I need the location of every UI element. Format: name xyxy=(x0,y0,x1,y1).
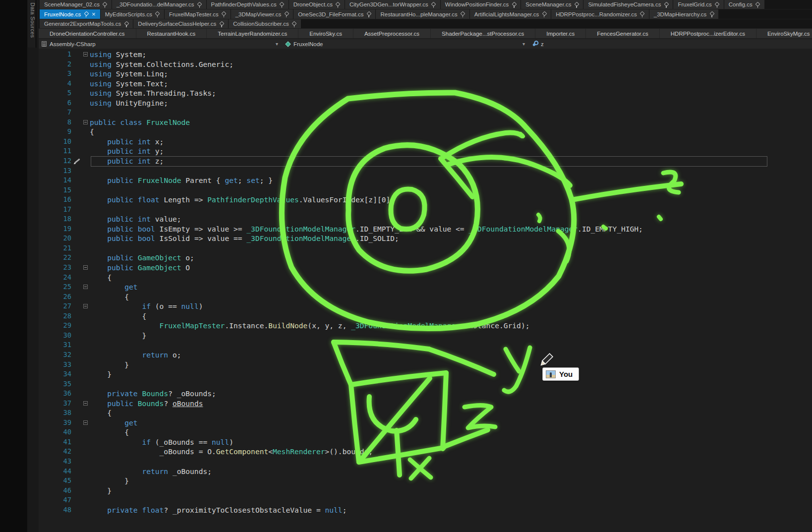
code-line[interactable]: 41 if (_oBounds == null) xyxy=(39,437,812,447)
code-line[interactable]: 23 public GameObject O xyxy=(39,263,812,273)
pin-icon[interactable] xyxy=(124,21,128,27)
code-line[interactable]: 27 if (o == null) xyxy=(39,301,812,311)
tab-SceneManager_02.cs[interactable]: SceneManager_02.cs xyxy=(40,0,112,9)
code-line[interactable]: 13 xyxy=(39,166,812,176)
code-line[interactable]: 26 { xyxy=(39,292,812,302)
code-line[interactable]: 21 xyxy=(39,243,812,253)
code-line[interactable]: 7 xyxy=(39,108,812,118)
pin-icon[interactable] xyxy=(280,1,284,8)
code-line[interactable]: 43 xyxy=(39,457,812,467)
pin-icon[interactable] xyxy=(197,1,202,8)
tab-ArtificialLightsManager.cs[interactable]: ArtificialLightsManager.cs xyxy=(470,9,551,19)
code-line[interactable]: 10 public int x; xyxy=(39,137,812,147)
code-editor[interactable]: 1using System;2using System.Collections.… xyxy=(39,49,812,532)
code-line[interactable]: 40 { xyxy=(39,427,812,437)
code-line[interactable]: 2using System.Collections.Generic; xyxy=(39,59,812,69)
code-line[interactable]: 18 public int value; xyxy=(39,214,812,224)
tab-EnviroSky.cs[interactable]: EnviroSky.cs xyxy=(298,29,353,38)
code-line[interactable]: 4using System.Text; xyxy=(39,79,812,89)
tab-PathfinderDepthValues.cs[interactable]: PathfinderDepthValues.cs xyxy=(207,0,289,9)
tab-FruxelNode.cs[interactable]: FruxelNode.cs× xyxy=(40,9,100,19)
tab-TerrainLayerRandomizer.cs[interactable]: TerrainLayerRandomizer.cs xyxy=(207,29,298,38)
code-line[interactable]: 38 { xyxy=(39,408,812,418)
fold-collapse-icon[interactable] xyxy=(83,420,88,425)
code-line[interactable]: 24 { xyxy=(39,273,812,283)
data-sources-side-tab[interactable]: Data Sources xyxy=(28,0,36,48)
code-line[interactable]: 17 xyxy=(39,205,812,215)
code-line[interactable]: 30 } xyxy=(39,331,812,341)
pin-icon[interactable] xyxy=(709,11,714,17)
tab-_3DMapViewer.cs[interactable]: _3DMapViewer.cs xyxy=(231,9,293,19)
tab-CollisionSubscriber.cs[interactable]: CollisionSubscriber.cs xyxy=(229,19,301,28)
code-line[interactable]: 45 } xyxy=(39,476,812,486)
fold-collapse-icon[interactable] xyxy=(83,265,88,270)
tab-HDRPPostproc...Randomizer.cs[interactable]: HDRPPostproc...Randomizer.cs xyxy=(551,9,649,19)
pin-icon[interactable] xyxy=(222,11,226,17)
project-dropdown[interactable]: Assembly-CSharp ▾ xyxy=(39,39,283,49)
tab-CityGen3DGen...torWrapper.cs[interactable]: CityGen3DGen...torWrapper.cs xyxy=(345,0,440,9)
pin-icon[interactable] xyxy=(292,21,296,27)
tab-Config.cs[interactable]: Config.cs xyxy=(724,0,764,9)
code-line[interactable]: 39 get xyxy=(39,418,812,428)
code-line[interactable]: 46 } xyxy=(39,486,812,496)
type-dropdown[interactable]: FruxelNode ▾ xyxy=(283,39,529,49)
tab-WindowPositionFinder.cs[interactable]: WindowPositionFinder.cs xyxy=(441,0,521,9)
fold-collapse-icon[interactable] xyxy=(83,285,88,289)
fold-collapse-icon[interactable] xyxy=(83,120,88,124)
code-line[interactable]: 12 public int z; xyxy=(39,156,812,166)
tab-FencesGenerator.cs[interactable]: FencesGenerator.cs xyxy=(586,29,660,38)
pin-icon[interactable] xyxy=(431,1,436,8)
tab-RestaurantHook.cs[interactable]: RestaurantHook.cs xyxy=(136,29,207,38)
chevron-down-icon[interactable]: ▾ xyxy=(276,41,280,47)
fold-collapse-icon[interactable] xyxy=(83,401,88,406)
tab-DeliverySurfaceClassHelper.cs[interactable]: DeliverySurfaceClassHelper.cs xyxy=(133,19,228,28)
code-line[interactable]: 15 xyxy=(39,185,812,195)
tab-DroneObject.cs[interactable]: DroneObject.cs xyxy=(289,0,345,9)
member-dropdown[interactable]: z xyxy=(529,39,547,49)
tab-RestaurantHo...pleManager.cs[interactable]: RestaurantHo...pleManager.cs xyxy=(376,9,469,19)
code-line[interactable]: 42 _oBounds = O.GetComponent<MeshRendere… xyxy=(39,447,812,457)
tab-HDRPPostproc...izerEditor.cs[interactable]: HDRPPostproc...izerEditor.cs xyxy=(660,29,756,38)
code-line[interactable]: 33 } xyxy=(39,360,812,370)
tab-EnviroSkyMgr.cs[interactable]: EnviroSkyMgr.cs xyxy=(756,29,812,38)
code-line[interactable]: 3using System.Linq; xyxy=(39,69,812,79)
code-line[interactable]: 5using System.Threading.Tasks; xyxy=(39,88,812,98)
tab-MyEditorScripts.cs[interactable]: MyEditorScripts.cs xyxy=(101,9,164,19)
pin-icon[interactable] xyxy=(461,11,465,17)
code-line[interactable]: 35 xyxy=(39,379,812,389)
code-line[interactable]: 29 FruxelMapTester.Instance.BuildNode(x,… xyxy=(39,321,812,331)
tab-AssetPreprocessor.cs[interactable]: AssetPreprocessor.cs xyxy=(353,29,431,38)
tab-Generator2ExportMapTools.cs[interactable]: Generator2ExportMapTools.cs xyxy=(40,19,133,28)
tab-_3DMapHierarchy.cs[interactable]: _3DMapHierarchy.cs xyxy=(649,9,719,19)
code-line[interactable]: 6using UnityEngine; xyxy=(39,98,812,108)
pin-icon[interactable] xyxy=(103,1,107,8)
chevron-down-icon[interactable]: ▾ xyxy=(522,41,526,47)
code-line[interactable]: 36 private Bounds? _oBounds; xyxy=(39,389,812,399)
code-line[interactable]: 22 public GameObject o; xyxy=(39,253,812,263)
code-line[interactable]: 28 { xyxy=(39,311,812,321)
pin-icon[interactable] xyxy=(574,1,579,8)
pin-icon[interactable] xyxy=(640,11,644,17)
code-line[interactable]: 14 public FruxelNode Parent { get; set; … xyxy=(39,176,812,185)
code-line[interactable]: 48 private float? _proximityToClosestObs… xyxy=(39,505,812,515)
fold-collapse-icon[interactable] xyxy=(83,52,88,57)
code-line[interactable]: 37 public Bounds? oBounds xyxy=(39,399,812,409)
pin-icon[interactable] xyxy=(84,11,88,17)
tab-OneSec3D_FileFormat.cs[interactable]: OneSec3D_FileFormat.cs xyxy=(293,9,375,19)
pin-icon[interactable] xyxy=(366,11,371,17)
pin-icon[interactable] xyxy=(512,1,516,8)
code-line[interactable]: 1using System; xyxy=(39,50,812,59)
tab-DroneOrientationController.cs[interactable]: DroneOrientationController.cs xyxy=(39,29,136,38)
code-line[interactable]: 25 get xyxy=(39,282,812,292)
code-line[interactable]: 31 xyxy=(39,340,812,350)
pin-icon[interactable] xyxy=(715,1,719,8)
tab-FruxelMapTester.cs[interactable]: FruxelMapTester.cs xyxy=(165,9,231,19)
code-line[interactable]: 34 } xyxy=(39,369,812,379)
code-line[interactable]: 44 return _oBounds; xyxy=(39,467,812,476)
code-line[interactable]: 47 xyxy=(39,495,812,505)
pin-icon[interactable] xyxy=(155,11,160,17)
close-icon[interactable]: × xyxy=(92,11,96,17)
code-line[interactable]: 32 return o; xyxy=(39,350,812,360)
tab-SimulatedFisheyeCamera.cs[interactable]: SimulatedFisheyeCamera.cs xyxy=(583,0,673,9)
tab-ShaderPackage...stProcessor.cs[interactable]: ShaderPackage...stProcessor.cs xyxy=(431,29,535,38)
